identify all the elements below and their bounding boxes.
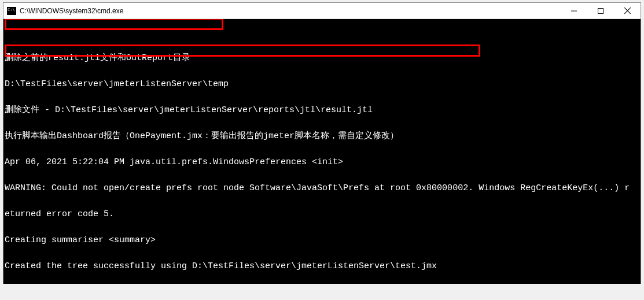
terminal-line: 删除文件 - D:\TestFiles\server\jmeterListenS…	[5, 106, 639, 114]
terminal-line: Created the tree successfully using D:\T…	[5, 262, 639, 271]
cmd-window: C:\WINDOWS\system32\cmd.exe 删除之前的result.…	[3, 2, 641, 285]
terminal-line: D:\TestFiles\server\jmeterListenServer\t…	[5, 80, 639, 88]
terminal-output[interactable]: 删除之前的result.jtl文件和OutReport目录 D:\TestFil…	[3, 19, 641, 284]
terminal-line: eturned error code 5.	[5, 210, 639, 218]
terminal-line: Creating summariser <summary>	[5, 236, 639, 245]
maximize-button[interactable]	[587, 3, 614, 18]
svg-rect-1	[598, 8, 603, 13]
window-controls	[561, 3, 641, 18]
terminal-line: 执行脚本输出Dashboard报告（OnePayment.jmx：要输出报告的j…	[5, 132, 639, 140]
annotation-box-1	[5, 19, 223, 30]
window-title: C:\WINDOWS\system32\cmd.exe	[20, 7, 561, 15]
terminal-line: Apr 06, 2021 5:22:04 PM java.util.prefs.…	[5, 158, 639, 166]
terminal-line: 删除之前的result.jtl文件和OutReport目录	[5, 54, 639, 62]
cmd-icon	[7, 7, 16, 15]
bottom-margin	[0, 284, 644, 300]
terminal-line: WARNING: Could not open/create prefs roo…	[5, 184, 639, 192]
titlebar[interactable]: C:\WINDOWS\system32\cmd.exe	[3, 3, 641, 19]
close-button[interactable]	[614, 3, 641, 18]
minimize-button[interactable]	[561, 3, 587, 18]
